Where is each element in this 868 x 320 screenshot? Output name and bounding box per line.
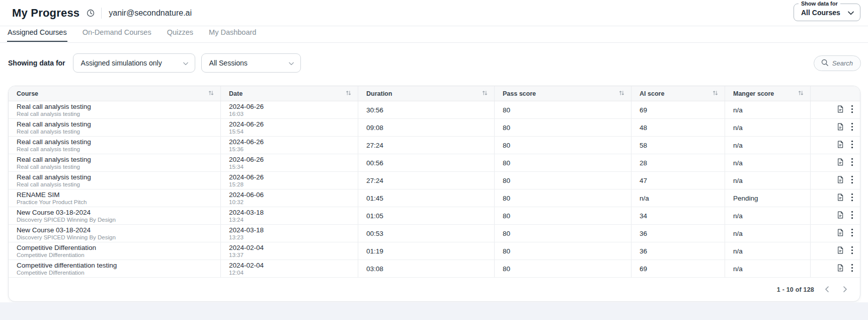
manager-score-cell: n/a (725, 119, 810, 136)
manager-score-cell: n/a (725, 260, 810, 277)
simulations-filter-dropdown[interactable]: Assigned simulations only (73, 53, 195, 73)
row-menu-button[interactable] (851, 228, 853, 238)
table-row[interactable]: Real call analysis testing Real call ana… (9, 154, 860, 172)
report-button[interactable] (836, 211, 844, 221)
ai-score-cell: 36 (631, 225, 725, 242)
ai-score-value: 34 (640, 212, 725, 220)
date-value: 2024-06-06 (229, 191, 358, 199)
course-title: New Course 03-18-2024 (17, 226, 220, 234)
report-button[interactable] (836, 246, 844, 256)
table-row[interactable]: Real call analysis testing Real call ana… (9, 119, 860, 137)
row-menu-button[interactable] (851, 105, 853, 115)
duration-cell: 00:56 (358, 154, 494, 171)
column-header-date[interactable]: Date (220, 86, 358, 101)
sort-arrows-icon[interactable] (346, 90, 351, 97)
column-header-duration[interactable]: Duration (358, 86, 494, 101)
tab-assigned-courses[interactable]: Assigned Courses (7, 26, 67, 42)
column-header-label: Duration (366, 90, 482, 97)
table-row[interactable]: New Course 03-18-2024 Discovery SPICED W… (9, 207, 860, 225)
clock-icon[interactable] (86, 9, 95, 18)
table-row[interactable]: Real call analysis testing Real call ana… (9, 172, 860, 189)
kebab-menu-icon (851, 264, 853, 274)
time-value: 15:28 (229, 181, 358, 188)
time-value: 15:34 (229, 164, 358, 170)
tab-on-demand-courses[interactable]: On-Demand Courses (82, 26, 152, 42)
sort-arrows-icon[interactable] (713, 90, 718, 97)
simulations-filter-value: Assigned simulations only (81, 59, 162, 67)
table-row[interactable]: Real call analysis testing Real call ana… (9, 137, 860, 154)
row-menu-button[interactable] (851, 158, 853, 168)
pagination-prev-button[interactable] (822, 285, 832, 295)
sort-arrows-icon[interactable] (482, 90, 488, 97)
ai-score-value: 36 (640, 230, 725, 237)
pass-score-cell: 80 (494, 242, 631, 260)
course-subtitle: Real call analysis testing (17, 129, 220, 135)
manager-score-cell: n/a (725, 172, 810, 189)
column-header-course[interactable]: Course (9, 86, 220, 101)
report-button[interactable] (836, 158, 844, 168)
tab-label: On-Demand Courses (83, 28, 151, 36)
manager-score-value: n/a (733, 247, 810, 255)
chevron-right-icon (843, 286, 847, 294)
report-button[interactable] (836, 122, 844, 133)
duration-cell: 09:08 (358, 119, 494, 136)
time-value: 16:03 (229, 111, 358, 117)
row-menu-button[interactable] (851, 122, 853, 133)
ai-score-cell: n/a (631, 189, 725, 207)
report-button[interactable] (836, 140, 844, 150)
row-menu-button[interactable] (851, 264, 853, 274)
row-menu-button[interactable] (851, 246, 853, 256)
tab-label: My Dashboard (209, 28, 256, 36)
document-icon (836, 211, 844, 221)
report-button[interactable] (836, 193, 844, 203)
ai-score-cell: 69 (631, 260, 725, 277)
sort-arrows-icon[interactable] (208, 90, 214, 97)
document-icon (836, 122, 844, 133)
document-icon (836, 193, 844, 203)
date-cell: 2024-03-18 13:24 (220, 207, 358, 224)
pass-score-cell: 80 (494, 137, 631, 154)
manager-score-value: n/a (733, 142, 810, 149)
column-header-ai_score[interactable]: AI score (631, 86, 725, 101)
manager-score-cell: n/a (725, 242, 810, 260)
course-title: RENAME SIM (17, 191, 220, 199)
chevron-down-icon (289, 58, 294, 68)
table-row[interactable]: Competitive differentiation testing Comp… (9, 260, 860, 278)
column-header-actions[interactable] (810, 86, 860, 101)
table-row[interactable]: Competitive Differentiation Competitive … (9, 242, 860, 260)
table-row[interactable]: New Course 03-18-2024 Discovery SPICED W… (9, 225, 860, 242)
document-icon (836, 175, 844, 185)
row-menu-button[interactable] (851, 140, 853, 150)
sort-arrows-icon[interactable] (619, 90, 624, 97)
table-row[interactable]: RENAME SIM Practice Your Product Pitch 2… (9, 189, 860, 207)
column-header-label: Manger score (733, 90, 798, 97)
ai-score-cell: 58 (631, 137, 725, 154)
ai-score-cell: 47 (631, 172, 725, 189)
pagination-next-button[interactable] (840, 285, 850, 295)
kebab-menu-icon (851, 228, 853, 238)
date-value: 2024-06-26 (229, 173, 358, 181)
sort-arrows-icon[interactable] (798, 90, 804, 97)
pass-score-value: 80 (503, 265, 631, 273)
pass-score-value: 80 (503, 177, 631, 184)
time-value: 10:32 (229, 199, 358, 206)
row-menu-button[interactable] (851, 193, 853, 203)
pass-score-cell: 80 (494, 119, 631, 136)
row-menu-button[interactable] (851, 211, 853, 221)
report-button[interactable] (836, 175, 844, 185)
report-button[interactable] (836, 105, 844, 115)
search-button[interactable]: Search (814, 55, 861, 71)
report-button[interactable] (836, 264, 844, 274)
document-icon (836, 246, 844, 256)
column-header-manager_score[interactable]: Manger score (725, 86, 810, 101)
kebab-menu-icon (851, 105, 853, 115)
report-button[interactable] (836, 228, 844, 238)
row-menu-button[interactable] (851, 175, 853, 185)
show-data-for-select[interactable]: Show data for All Courses (794, 4, 860, 21)
course-cell: New Course 03-18-2024 Discovery SPICED W… (9, 225, 220, 242)
sessions-filter-dropdown[interactable]: All Sessions (201, 53, 301, 73)
tab-my-dashboard[interactable]: My Dashboard (208, 26, 257, 42)
table-row[interactable]: Real call analysis testing Real call ana… (9, 101, 860, 119)
tab-quizzes[interactable]: Quizzes (167, 26, 194, 42)
column-header-pass_score[interactable]: Pass score (494, 86, 631, 101)
